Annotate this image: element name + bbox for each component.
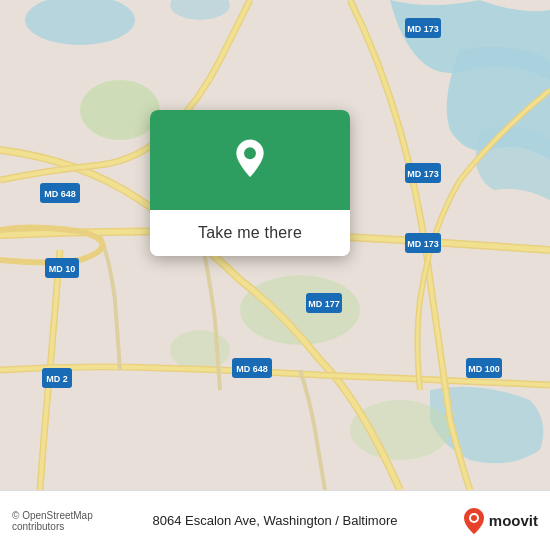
svg-text:MD 10: MD 10: [49, 264, 76, 274]
copyright-text: © OpenStreetMap contributors: [12, 510, 139, 532]
moovit-brand-name: moovit: [489, 512, 538, 529]
popup-header: [150, 110, 350, 210]
map-container: MD 173 MD 173 MD 173 MD 648 MD 648 MD 10…: [0, 0, 550, 490]
svg-point-3: [80, 80, 160, 140]
svg-point-25: [244, 147, 256, 159]
moovit-logo: moovit: [412, 507, 539, 535]
svg-text:MD 173: MD 173: [407, 24, 439, 34]
svg-text:MD 648: MD 648: [236, 364, 268, 374]
moovit-pin-icon: [463, 507, 485, 535]
svg-text:MD 173: MD 173: [407, 169, 439, 179]
svg-text:MD 100: MD 100: [468, 364, 500, 374]
svg-text:MD 2: MD 2: [46, 374, 68, 384]
address-text: 8064 Escalon Ave, Washington / Baltimore: [149, 513, 402, 528]
svg-point-5: [170, 330, 230, 370]
svg-text:MD 177: MD 177: [308, 299, 340, 309]
popup-card: Take me there: [150, 110, 350, 256]
svg-text:MD 648: MD 648: [44, 189, 76, 199]
svg-point-6: [350, 400, 450, 460]
svg-text:MD 173: MD 173: [407, 239, 439, 249]
location-pin-icon: [228, 138, 272, 182]
bottom-bar: © OpenStreetMap contributors 8064 Escalo…: [0, 490, 550, 550]
take-me-there-button[interactable]: Take me there: [150, 210, 350, 256]
svg-point-27: [471, 515, 477, 521]
